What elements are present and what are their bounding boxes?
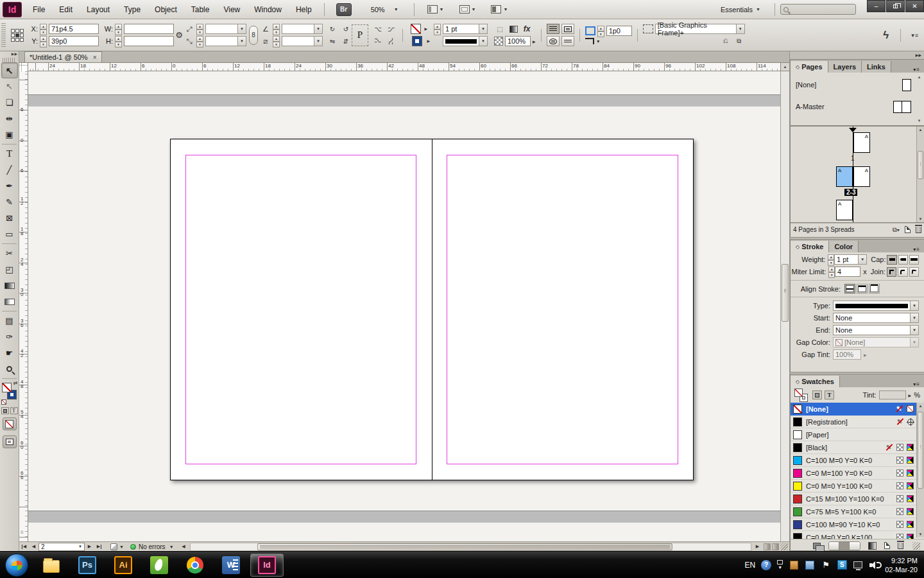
- select-next-button[interactable]: ⌥: [386, 35, 397, 47]
- toolbox-fill-swatch[interactable]: [2, 383, 12, 392]
- corner-options-icon[interactable]: ⬚: [494, 24, 506, 34]
- formatting-affects-container-button[interactable]: [812, 390, 822, 399]
- swatch-row[interactable]: C=100 M=90 Y=10 K=0: [791, 518, 924, 531]
- mini-fill-swatch[interactable]: [794, 389, 803, 397]
- control-panel-menu-button[interactable]: ▾≡: [906, 32, 924, 39]
- pencil-tool[interactable]: ✎: [1, 194, 18, 210]
- toolbox-fill-stroke[interactable]: ⇄: [1, 381, 18, 403]
- toolbox-collapse-button[interactable]: ▶▶: [0, 51, 19, 58]
- miter-join-button[interactable]: [887, 267, 896, 277]
- content-collector-tool[interactable]: ▣: [1, 127, 18, 143]
- scroll-up-button[interactable]: ▲: [780, 63, 789, 71]
- height-field[interactable]: [124, 36, 174, 46]
- inset-field[interactable]: 1p0: [606, 26, 632, 36]
- type-tool[interactable]: T: [1, 146, 18, 162]
- end-combo[interactable]: None ▼: [833, 325, 919, 335]
- swatches-fill-stroke[interactable]: [794, 388, 810, 402]
- weight-stepper[interactable]: ▲▼: [828, 254, 834, 265]
- swatches-scrollbar[interactable]: ▲ ▼: [916, 403, 924, 538]
- new-swatch-button[interactable]: [884, 542, 890, 549]
- tab-layers[interactable]: Layers: [828, 61, 862, 73]
- view-spread-button[interactable]: [772, 543, 779, 550]
- apply-none-button[interactable]: [3, 417, 17, 430]
- taskbar-clock[interactable]: 9:32 PM 02-Mar-20: [885, 556, 918, 574]
- stroke-flyout-icon[interactable]: ▶: [427, 39, 430, 43]
- master-none-row[interactable]: [None]: [791, 73, 924, 94]
- y-stepper[interactable]: ▲▼: [40, 36, 47, 46]
- resize-grip[interactable]: [912, 542, 920, 550]
- edit-page-size-button[interactable]: ⧉▾: [893, 226, 900, 234]
- panel-grip[interactable]: [1, 23, 6, 48]
- line-tool[interactable]: ╱: [1, 162, 18, 178]
- scale-y-combo[interactable]: ▼: [205, 36, 246, 46]
- network-tray-icon[interactable]: [853, 560, 863, 570]
- swap-fill-stroke-icon[interactable]: ⇄: [13, 380, 18, 386]
- flip-horizontal-button[interactable]: ⇋: [327, 36, 338, 46]
- no-text-wrap-button[interactable]: [547, 24, 560, 34]
- x-field[interactable]: 71p4.5: [49, 24, 99, 34]
- gradient-swatch-tool[interactable]: [1, 277, 18, 293]
- object-style-combo[interactable]: [Basic Graphics Frame]+ ▼: [655, 24, 745, 34]
- vertical-scrollbar[interactable]: [780, 71, 789, 541]
- resize-grip[interactable]: [780, 543, 788, 550]
- taskbar-explorer[interactable]: [35, 554, 68, 577]
- menu-view[interactable]: View: [216, 0, 247, 19]
- panel-menu-icon[interactable]: ▾≡: [909, 247, 924, 252]
- start-combo[interactable]: None ▼: [833, 313, 919, 323]
- round-cap-button[interactable]: [898, 255, 908, 265]
- delete-page-button[interactable]: [916, 227, 921, 233]
- shear-stepper[interactable]: ▲▼: [273, 36, 280, 46]
- rotation-stepper[interactable]: ▲▼: [273, 24, 280, 34]
- zoom-level-dropdown[interactable]: 50% ▼: [361, 6, 409, 13]
- eyedropper-tool[interactable]: ✑: [1, 329, 18, 345]
- swatch-views-icon[interactable]: [813, 543, 821, 549]
- swatch-row[interactable]: C=0 M=0 Y=100 K=0: [791, 480, 924, 493]
- minimize-button[interactable]: –: [867, 0, 886, 12]
- select-content-button[interactable]: ⌥: [372, 36, 384, 46]
- toolbox-grip[interactable]: [3, 58, 16, 62]
- swatch-row[interactable]: C=100 M=0 Y=0 K=0: [791, 454, 924, 467]
- view-options-dropdown[interactable]: ▼: [427, 5, 444, 13]
- clipboard-tray-icon[interactable]: [789, 560, 799, 570]
- menu-window[interactable]: Window: [247, 0, 289, 19]
- page-spread[interactable]: [170, 139, 694, 480]
- corner-shape-dropdown[interactable]: ▼: [596, 39, 601, 44]
- next-page-button[interactable]: ▶: [85, 543, 94, 551]
- width-field[interactable]: [124, 24, 174, 34]
- previous-page-button[interactable]: ◀: [29, 543, 38, 551]
- swatch-row[interactable]: [Registration]✎: [791, 416, 924, 428]
- clear-overrides-button[interactable]: ⎌: [720, 36, 732, 46]
- bevel-join-button[interactable]: [909, 267, 919, 277]
- first-page-button[interactable]: ◀: [19, 543, 29, 551]
- y-field[interactable]: 39p0: [49, 36, 99, 46]
- select-previous-button[interactable]: ⌥: [386, 24, 397, 34]
- master-a-row[interactable]: A-Master: [791, 94, 924, 116]
- page-tool[interactable]: ❏: [1, 94, 18, 110]
- frame-tool[interactable]: ⊠: [1, 210, 18, 226]
- page-4-thumbnail[interactable]: A: [836, 200, 853, 220]
- taskbar-indesign[interactable]: Id: [250, 554, 284, 577]
- shear-combo[interactable]: ▼: [282, 36, 323, 46]
- free-transform-tool[interactable]: ◰: [1, 261, 18, 277]
- gradient-feather-tool[interactable]: [1, 293, 18, 310]
- select-container-button[interactable]: ⌥: [372, 24, 384, 34]
- masters-scrollbar[interactable]: ▲▼: [916, 75, 923, 123]
- tab-color[interactable]: Color: [829, 241, 859, 252]
- scale-x-stepper[interactable]: ▲▼: [196, 24, 203, 34]
- new-page-button[interactable]: [905, 226, 911, 233]
- ruler-origin[interactable]: [19, 63, 28, 71]
- dock-collapse-button[interactable]: ▶▶: [790, 51, 924, 59]
- language-indicator[interactable]: EN: [745, 561, 756, 570]
- weight-combo[interactable]: 1 pt ▼: [834, 254, 867, 265]
- arrange-documents-dropdown[interactable]: ▼: [491, 5, 508, 13]
- menu-type[interactable]: Type: [117, 0, 148, 19]
- screen-mode-button[interactable]: [3, 435, 17, 448]
- frame-fitting-icon[interactable]: [585, 26, 595, 35]
- break-link-style-button[interactable]: ⧉: [733, 36, 745, 46]
- quick-apply-button[interactable]: ϟ: [877, 29, 895, 42]
- page-1-thumbnail[interactable]: A: [853, 132, 870, 153]
- menu-table[interactable]: Table: [184, 0, 217, 19]
- pages-scrollbar[interactable]: ▲ ▼: [916, 127, 924, 222]
- page-3-thumbnail[interactable]: A: [853, 166, 870, 187]
- effects-button[interactable]: fx: [521, 24, 533, 34]
